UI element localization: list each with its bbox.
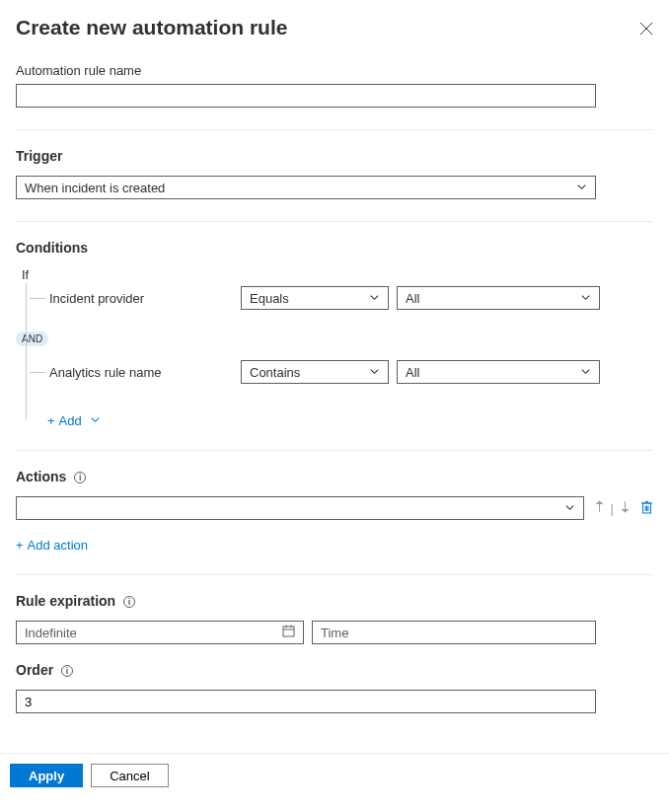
condition-value-select[interactable]: All — [397, 286, 600, 310]
chevron-down-icon — [564, 501, 575, 516]
order-input[interactable] — [16, 690, 596, 713]
chevron-down-icon — [580, 365, 591, 380]
if-label: If — [22, 267, 653, 282]
trigger-value: When incident is created — [25, 181, 165, 195]
condition-operator-value: Contains — [250, 365, 300, 380]
expiration-time-value: Time — [321, 626, 348, 640]
page-title: Create new automation rule — [16, 16, 287, 39]
order-heading: Order i — [16, 662, 653, 678]
trigger-heading: Trigger — [16, 148, 653, 164]
condition-row: Incident provider Equals All — [20, 286, 653, 310]
plus-icon: + — [16, 538, 24, 553]
rule-name-input[interactable] — [16, 84, 596, 108]
and-badge: AND — [16, 332, 48, 346]
info-icon[interactable]: i — [123, 596, 135, 608]
calendar-icon — [282, 625, 295, 640]
condition-value: All — [406, 291, 419, 306]
action-select[interactable] — [16, 496, 584, 520]
plus-icon: + — [47, 413, 55, 428]
condition-field-label: Incident provider — [45, 291, 241, 306]
add-action-button[interactable]: + Add action — [16, 538, 88, 553]
condition-row: Analytics rule name Contains All — [20, 360, 653, 384]
apply-button[interactable]: Apply — [10, 764, 83, 787]
move-up-icon — [594, 500, 605, 516]
chevron-down-icon — [576, 181, 587, 195]
expiration-date-value: Indefinite — [25, 626, 77, 640]
chevron-down-icon — [580, 291, 591, 306]
chevron-down-icon — [369, 291, 380, 306]
chevron-down-icon — [369, 365, 380, 380]
rule-name-label: Automation rule name — [16, 63, 653, 78]
svg-rect-8 — [283, 627, 294, 636]
chevron-down-icon — [90, 413, 101, 428]
trigger-select[interactable]: When incident is created — [16, 176, 596, 199]
info-icon[interactable]: i — [61, 665, 73, 677]
expiration-date-input[interactable]: Indefinite — [16, 621, 304, 644]
expiration-heading: Rule expiration i — [16, 593, 653, 609]
condition-operator-select[interactable]: Equals — [241, 286, 389, 310]
condition-field-label: Analytics rule name — [45, 365, 241, 380]
move-down-icon — [620, 500, 631, 516]
expiration-time-input[interactable]: Time — [312, 621, 596, 644]
cancel-button[interactable]: Cancel — [91, 764, 168, 787]
condition-operator-select[interactable]: Contains — [241, 360, 389, 384]
add-action-label: Add action — [28, 538, 88, 553]
separator-icon: | — [611, 501, 614, 516]
condition-value-select[interactable]: All — [397, 360, 600, 384]
close-button[interactable] — [639, 22, 653, 36]
actions-heading: Actions i — [16, 469, 653, 484]
condition-value: All — [406, 365, 419, 380]
info-icon[interactable]: i — [74, 472, 86, 483]
conditions-heading: Conditions — [16, 240, 653, 256]
delete-icon[interactable] — [640, 500, 653, 517]
close-icon — [639, 24, 653, 38]
add-condition-button[interactable]: + Add — [47, 413, 101, 428]
add-condition-label: Add — [59, 413, 82, 428]
condition-operator-value: Equals — [250, 291, 289, 306]
